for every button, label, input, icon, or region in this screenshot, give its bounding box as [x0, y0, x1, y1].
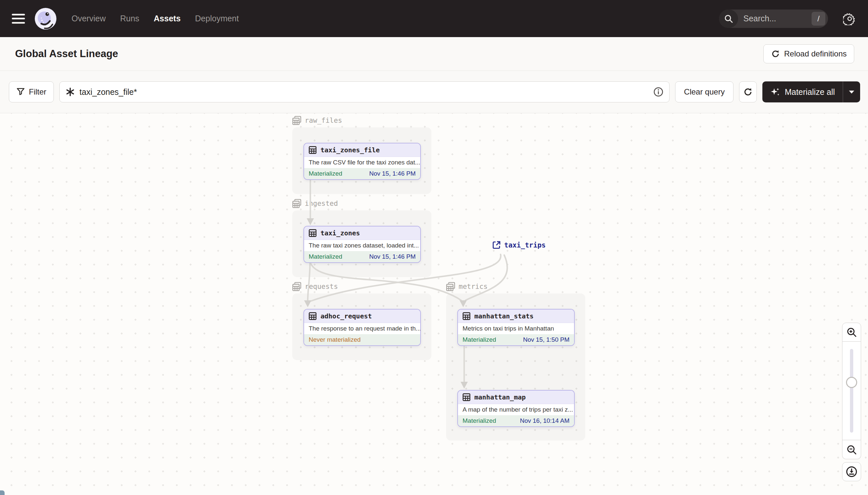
asset-name: taxi_zones_file — [320, 146, 380, 154]
clear-query-label: Clear query — [684, 87, 725, 97]
menu-icon[interactable] — [12, 14, 25, 24]
lineage-edges — [0, 113, 868, 495]
refresh-icon — [743, 87, 753, 97]
lineage-toolbar: Filter Clear query — [0, 71, 868, 113]
query-asterisk-icon — [66, 87, 75, 97]
asset-description: The raw CSV file for the taxi zones dat.… — [304, 157, 420, 168]
asset-node-taxi-zones[interactable]: taxi_zones The raw taxi zones dataset, l… — [303, 226, 421, 263]
search-placeholder: Search... — [743, 14, 812, 23]
asset-status-bar: Materialized Nov 15, 1:46 PM — [304, 251, 420, 262]
nav-links: Overview Runs Assets Deployment — [72, 14, 239, 23]
table-icon — [309, 312, 317, 320]
caret-down-icon — [848, 90, 855, 94]
group-label-raw-files[interactable]: raw_files — [292, 116, 342, 125]
asset-node-header: manhattan_stats — [458, 309, 574, 323]
asset-description: The response to an request made in th... — [304, 323, 420, 334]
asset-description: Metrics on taxi trips in Manhattan — [458, 323, 574, 334]
lineage-canvas[interactable]: raw_files ingested r — [0, 113, 868, 495]
scroll-corner — [0, 490, 5, 495]
search-icon — [719, 10, 738, 28]
asset-node-header: taxi_zones — [304, 226, 420, 240]
status-badge: Materialized — [309, 253, 342, 261]
filter-funnel-icon — [16, 88, 25, 96]
asset-node-manhattan-stats[interactable]: manhattan_stats Metrics on taxi trips in… — [457, 309, 575, 346]
materialize-all-button[interactable]: Materialize all — [762, 81, 843, 102]
external-asset-name: taxi_trips — [504, 241, 546, 249]
asset-node-manhattan-map[interactable]: manhattan_map A map of the number of tri… — [457, 390, 575, 427]
zoom-in-icon — [846, 327, 857, 338]
zoom-slider-thumb[interactable] — [846, 377, 857, 388]
materialization-timestamp[interactable]: Nov 16, 10:14 AM — [520, 417, 569, 425]
zoom-in-button[interactable] — [842, 323, 861, 342]
group-name: ingested — [305, 200, 338, 207]
group-label-requests[interactable]: requests — [292, 282, 338, 291]
asset-status-bar: Materialized Nov 15, 1:50 PM — [458, 334, 574, 345]
group-label-ingested[interactable]: ingested — [292, 199, 338, 208]
query-info-icon[interactable] — [653, 87, 663, 97]
settings-gear-icon[interactable] — [843, 12, 856, 25]
download-view-button[interactable] — [842, 462, 861, 481]
asset-description: A map of the number of trips per taxi z.… — [458, 404, 574, 415]
filter-button[interactable]: Filter — [9, 81, 54, 102]
status-badge: Materialized — [463, 336, 496, 344]
reload-definitions-button[interactable]: Reload definitions — [763, 44, 854, 63]
nav-item-runs[interactable]: Runs — [120, 14, 139, 23]
zoom-slider-track — [850, 349, 853, 433]
asset-node-header: adhoc_request — [304, 309, 420, 323]
asset-node-header: manhattan_map — [458, 391, 574, 404]
external-link-icon — [492, 241, 501, 250]
table-icon — [309, 146, 317, 154]
status-badge: Materialized — [309, 170, 342, 177]
group-tables-icon — [292, 116, 301, 125]
group-name: metrics — [459, 283, 488, 290]
asset-node-header: taxi_zones_file — [304, 143, 420, 157]
zoom-controls — [842, 323, 861, 459]
asset-name: taxi_zones — [320, 229, 360, 237]
materialize-options-caret[interactable] — [843, 81, 860, 102]
asset-node-taxi-zones-file[interactable]: taxi_zones_file The raw CSV file for the… — [303, 143, 421, 180]
asset-description: The raw taxi zones dataset, loaded int..… — [304, 240, 420, 251]
materialize-all-label: Materialize all — [785, 87, 835, 97]
table-icon — [309, 229, 317, 237]
nav-item-deployment[interactable]: Deployment — [195, 14, 239, 23]
refresh-button[interactable] — [739, 81, 757, 102]
status-badge: Materialized — [463, 417, 496, 425]
asset-query-box — [59, 81, 670, 102]
materialization-timestamp[interactable]: Nov 15, 1:46 PM — [369, 253, 415, 261]
top-nav: Overview Runs Assets Deployment Search..… — [0, 0, 868, 37]
group-name: requests — [305, 283, 338, 290]
dagster-logo-icon[interactable] — [34, 7, 57, 30]
asset-status-bar: Never materialized — [304, 334, 420, 345]
materialization-timestamp[interactable]: Nov 15, 1:46 PM — [369, 170, 415, 177]
materialization-timestamp[interactable]: Nov 15, 1:50 PM — [523, 336, 569, 344]
group-label-metrics[interactable]: metrics — [446, 282, 488, 291]
group-tables-icon — [292, 282, 301, 291]
clear-query-button[interactable]: Clear query — [675, 81, 733, 102]
asset-status-bar: Materialized Nov 16, 10:14 AM — [458, 415, 574, 426]
download-icon — [846, 466, 857, 478]
materialize-all-split-button: Materialize all — [762, 81, 860, 102]
asset-node-adhoc-request[interactable]: adhoc_request The response to an request… — [303, 309, 421, 346]
materialize-sparkle-icon — [770, 87, 780, 97]
asset-query-input[interactable] — [79, 87, 649, 97]
asset-status-bar: Materialized Nov 15, 1:46 PM — [304, 168, 420, 179]
asset-name: adhoc_request — [320, 312, 372, 320]
page-header: Global Asset Lineage Reload definitions — [0, 37, 868, 71]
zoom-slider[interactable] — [842, 342, 861, 440]
filter-label: Filter — [29, 87, 46, 97]
reload-icon — [771, 49, 780, 58]
asset-name: manhattan_map — [474, 393, 526, 402]
page-title: Global Asset Lineage — [15, 48, 118, 60]
app-root: Overview Runs Assets Deployment Search..… — [0, 0, 868, 495]
status-badge: Never materialized — [309, 336, 360, 344]
reload-definitions-label: Reload definitions — [784, 49, 847, 58]
group-name: raw_files — [305, 117, 342, 124]
zoom-out-button[interactable] — [842, 440, 861, 459]
asset-name: manhattan_stats — [474, 312, 534, 320]
search-shortcut-badge: / — [812, 12, 825, 25]
external-asset-taxi-trips[interactable]: taxi_trips — [492, 241, 546, 250]
group-tables-icon — [292, 199, 301, 208]
nav-item-overview[interactable]: Overview — [72, 14, 106, 23]
nav-item-assets[interactable]: Assets — [154, 14, 181, 23]
search-input[interactable]: Search... / — [719, 10, 828, 28]
